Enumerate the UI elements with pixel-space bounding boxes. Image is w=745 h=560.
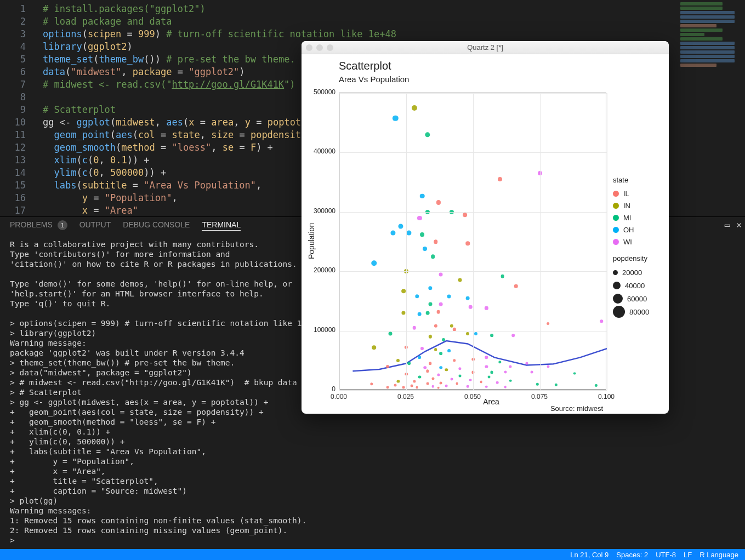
legend-size-label: 40000: [625, 282, 645, 290]
data-point: [600, 320, 603, 323]
data-point: [388, 332, 392, 336]
data-point: [440, 382, 442, 385]
x-tick: 0.025: [396, 393, 416, 401]
legend-size-item: 40000: [613, 279, 649, 292]
plot-titlebar[interactable]: Quartz 2 [*]: [302, 41, 669, 54]
data-point: [491, 371, 493, 374]
data-point: [420, 232, 424, 237]
tab-problems[interactable]: PROBLEMS 1: [10, 220, 67, 231]
data-point: [431, 254, 435, 259]
data-point: [397, 380, 400, 382]
data-point: [393, 115, 398, 121]
status-lncol[interactable]: Ln 21, Col 9: [570, 551, 608, 559]
data-point: [412, 326, 416, 330]
data-point: [412, 105, 417, 111]
y-tick: 300000: [314, 207, 335, 215]
data-point: [429, 335, 432, 338]
data-point: [386, 365, 389, 368]
plot-window[interactable]: Quartz 2 [*] Scatterplot Area Vs Populat…: [302, 41, 669, 414]
data-point: [436, 310, 440, 314]
data-point: [509, 379, 512, 382]
data-point: [420, 193, 425, 198]
split-panel-icon[interactable]: ▭: [725, 220, 730, 230]
data-point: [547, 322, 550, 325]
data-point: [390, 230, 395, 235]
data-point: [536, 383, 538, 385]
status-spaces[interactable]: Spaces: 2: [616, 551, 648, 559]
status-encoding[interactable]: UTF-8: [656, 551, 676, 559]
data-point: [436, 200, 440, 204]
data-point: [386, 386, 389, 388]
data-point: [372, 260, 377, 265]
data-point: [431, 385, 434, 388]
legend-size-item: 60000: [613, 292, 649, 305]
chart-caption: Source: midwest: [550, 404, 603, 413]
data-point: [440, 366, 443, 369]
data-point: [504, 371, 507, 374]
data-point: [496, 381, 499, 384]
data-point: [415, 294, 419, 298]
data-point: [442, 338, 445, 341]
chart-subtitle: Area Vs Population: [302, 72, 669, 84]
data-point: [465, 242, 470, 246]
data-point: [485, 385, 488, 388]
y-tick: 500000: [314, 88, 335, 96]
x-tick: 0.050: [463, 393, 482, 401]
data-point: [447, 350, 451, 353]
tab-terminal[interactable]: TERMINAL: [202, 220, 241, 231]
y-tick: 0: [332, 385, 335, 393]
y-tick: 400000: [314, 147, 335, 155]
data-point: [410, 385, 413, 387]
data-point: [485, 365, 488, 368]
data-point: [469, 379, 472, 381]
data-point: [425, 132, 430, 137]
close-panel-icon[interactable]: ×: [736, 220, 742, 230]
data-point: [467, 385, 469, 388]
legend-swatch: [613, 239, 619, 245]
data-point: [511, 334, 515, 337]
legend-state-title: state: [613, 176, 649, 184]
data-point: [413, 380, 416, 382]
data-point: [466, 296, 470, 300]
data-point: [426, 370, 429, 373]
data-point: [418, 312, 422, 316]
tab-problems-label: PROBLEMS: [10, 220, 53, 229]
data-point: [450, 378, 453, 381]
data-point: [434, 239, 438, 244]
data-point: [531, 371, 533, 374]
legend-item: IL: [613, 187, 649, 199]
legend-size-item: 20000: [613, 266, 649, 279]
legend-item: WI: [613, 236, 649, 248]
data-point: [429, 362, 432, 365]
data-point: [428, 302, 432, 306]
legend-size-label: 20000: [622, 268, 642, 277]
data-point: [547, 365, 549, 368]
data-point: [437, 386, 440, 389]
line-number-gutter: 1234567891011121314151617: [0, 3, 36, 217]
tab-output[interactable]: OUTPUT: [79, 220, 111, 231]
legend-size-dot: [613, 306, 625, 318]
y-axis-label: Population: [307, 93, 316, 390]
minimap[interactable]: [680, 2, 741, 68]
data-point: [485, 356, 488, 359]
status-language[interactable]: R Language: [699, 551, 738, 559]
tab-debug-console[interactable]: DEBUG CONSOLE: [123, 220, 190, 231]
legend-label: MI: [623, 214, 631, 222]
data-point: [445, 385, 448, 387]
status-eol[interactable]: LF: [684, 551, 692, 559]
data-point: [469, 305, 473, 309]
data-point: [420, 347, 424, 350]
data-point: [466, 332, 469, 335]
data-point: [439, 272, 443, 276]
data-point: [474, 332, 477, 335]
data-point: [445, 368, 448, 371]
data-point: [399, 224, 403, 228]
data-point: [439, 302, 443, 306]
data-point: [434, 324, 437, 328]
legend-size-label: 60000: [627, 295, 647, 303]
data-point: [418, 356, 422, 359]
legend-label: WI: [623, 238, 632, 246]
y-tick: 100000: [314, 326, 335, 334]
data-point: [514, 284, 518, 288]
legend-label: IN: [623, 202, 630, 210]
